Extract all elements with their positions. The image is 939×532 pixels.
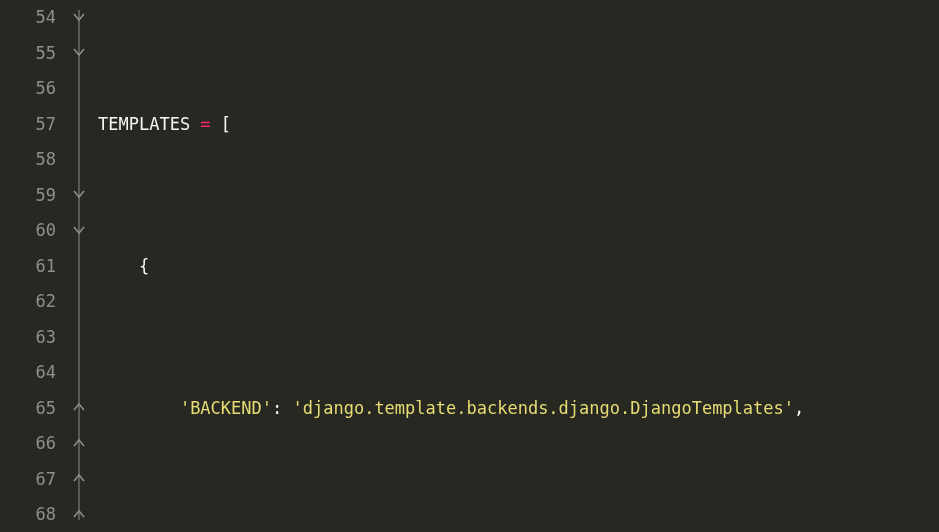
fold-open-icon[interactable] (73, 46, 85, 58)
line-number: 61 (0, 249, 56, 285)
line-number: 64 (0, 355, 56, 391)
fold-open-icon[interactable] (73, 188, 85, 200)
string: 'django.template.backends.django.DjangoT… (293, 398, 795, 418)
operator: = (190, 114, 221, 134)
punct: : (272, 398, 292, 418)
code-area[interactable]: TEMPLATES = [ { 'BACKEND': 'django.templ… (92, 0, 939, 532)
line-number: 56 (0, 71, 56, 107)
fold-open-icon[interactable] (73, 224, 85, 236)
code-line[interactable]: { (98, 249, 939, 285)
line-number: 67 (0, 462, 56, 498)
fold-close-icon[interactable] (73, 401, 85, 413)
punct: , (794, 398, 804, 418)
line-number: 60 (0, 213, 56, 249)
code-line[interactable]: 'BACKEND': 'django.template.backends.dja… (98, 391, 939, 427)
line-number: 57 (0, 107, 56, 143)
fold-close-icon[interactable] (73, 437, 85, 449)
fold-open-icon[interactable] (73, 11, 85, 23)
identifier: TEMPLATES (98, 114, 190, 134)
fold-gutter (70, 0, 92, 532)
line-number: 68 (0, 497, 56, 532)
string: 'BACKEND' (180, 398, 272, 418)
code-line[interactable]: TEMPLATES = [ (98, 107, 939, 143)
line-number-gutter: 54 55 56 57 58 59 60 61 62 63 64 65 66 6… (0, 0, 70, 532)
line-number: 55 (0, 36, 56, 72)
line-number: 65 (0, 391, 56, 427)
line-number: 66 (0, 426, 56, 462)
line-number: 54 (0, 0, 56, 36)
fold-close-icon[interactable] (73, 472, 85, 484)
punct: [ (221, 114, 231, 134)
code-editor[interactable]: 54 55 56 57 58 59 60 61 62 63 64 65 66 6… (0, 0, 939, 532)
punct: { (139, 256, 149, 276)
line-number: 59 (0, 178, 56, 214)
line-number: 62 (0, 284, 56, 320)
fold-close-icon[interactable] (73, 508, 85, 520)
line-number: 58 (0, 142, 56, 178)
line-number: 63 (0, 320, 56, 356)
